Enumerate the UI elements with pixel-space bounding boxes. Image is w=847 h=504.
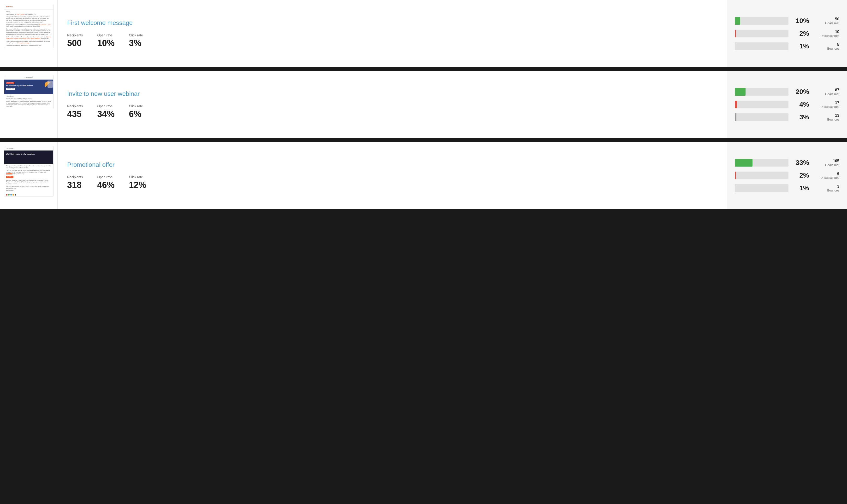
open-rate-label-2: Open rate bbox=[97, 104, 115, 108]
preview3-body: We're psyched that you've been a longtim… bbox=[4, 164, 53, 193]
bar-fill-unsub-1 bbox=[735, 30, 736, 37]
count-unsub-2: 17 bbox=[813, 101, 839, 105]
name-unsub-3: Unsubscribes bbox=[813, 176, 839, 180]
metric-bounce-2: 3% 13 Bounces bbox=[735, 113, 839, 121]
percent-unsub-2: 4% bbox=[792, 101, 809, 108]
email-preview-content-1: Nutshell Hi Hans, You've heard of the Pe… bbox=[4, 4, 53, 48]
bar-fill-bounce-3 bbox=[735, 184, 735, 192]
percent-goals-2: 20% bbox=[792, 88, 809, 96]
metric-unsub-2: 4% 17 Unsubscribes bbox=[735, 101, 839, 109]
click-rate-block-1: Click rate 3% bbox=[129, 33, 143, 48]
percent-goals-1: 10% bbox=[792, 17, 809, 25]
bar-goals-3 bbox=[735, 159, 789, 166]
email-preview-content-2: ⬡ logoipsum® LIVE WEBINAR Your webinar t… bbox=[4, 75, 53, 109]
email-preview-1: Nutshell Hi Hans, You've heard of the Pe… bbox=[0, 0, 57, 67]
detail-goals-3: 105 Goals met bbox=[813, 159, 839, 167]
metrics-panel-2: 20% 87 Goals met 4% 17 Unsubscribes 3% 1… bbox=[727, 71, 847, 138]
click-rate-value-2: 6% bbox=[129, 109, 143, 119]
bar-fill-bounce-2 bbox=[735, 113, 737, 121]
open-rate-label-3: Open rate bbox=[97, 175, 115, 179]
bar-goals-1 bbox=[735, 17, 789, 25]
preview3-title: We think you're pretty special... bbox=[6, 153, 51, 155]
count-bounce-1: 5 bbox=[813, 42, 839, 47]
bar-fill-unsub-3 bbox=[735, 172, 736, 179]
recipients-value-3: 318 bbox=[67, 180, 83, 190]
preview3-logo: logoipsum bbox=[7, 147, 14, 149]
count-goals-1: 50 bbox=[813, 17, 839, 21]
email-preview-3: ⬡ logoipsum We think you're pretty speci… bbox=[0, 142, 57, 209]
email-info-1: First welcome message Recipients 500 Ope… bbox=[57, 0, 727, 67]
email-info-2: Invite to new user webinar Recipients 43… bbox=[57, 71, 727, 138]
count-goals-2: 87 bbox=[813, 88, 839, 92]
nutshell-logo: Nutshell bbox=[6, 5, 51, 8]
bar-unsub-2 bbox=[735, 101, 789, 108]
preview2-hero: LIVE WEBINAR Your webinar topic would be… bbox=[4, 79, 53, 94]
recipients-label-1: Recipients bbox=[67, 33, 83, 37]
name-unsub-2: Unsubscribes bbox=[813, 105, 839, 109]
detail-bounce-2: 13 Bounces bbox=[813, 113, 839, 121]
count-unsub-3: 6 bbox=[813, 172, 839, 176]
open-rate-block-3: Open rate 46% bbox=[97, 175, 115, 190]
metrics-panel-3: 33% 105 Goals met 2% 6 Unsubscribes 1% 3 bbox=[727, 142, 847, 209]
name-bounce-3: Bounces bbox=[813, 188, 839, 192]
metric-unsub-3: 2% 6 Unsubscribes bbox=[735, 172, 839, 180]
open-rate-block-1: Open rate 10% bbox=[97, 33, 115, 48]
open-rate-value-2: 34% bbox=[97, 109, 115, 119]
recipients-value-2: 435 bbox=[67, 109, 83, 119]
click-rate-label-3: Click rate bbox=[129, 175, 146, 179]
footer-dot-4 bbox=[13, 194, 14, 196]
bar-unsub-1 bbox=[735, 30, 789, 37]
email-title-2: Invite to new user webinar bbox=[67, 90, 718, 97]
email-row-3: ⬡ logoipsum We think you're pretty speci… bbox=[0, 142, 847, 209]
recipients-block-1: Recipients 500 bbox=[67, 33, 83, 48]
open-rate-value-1: 10% bbox=[97, 38, 115, 48]
preview3-footer bbox=[4, 193, 53, 197]
metric-bounce-3: 1% 3 Bounces bbox=[735, 184, 839, 192]
email-stats-2: Recipients 435 Open rate 34% Click rate … bbox=[67, 104, 718, 119]
email-row-1: Nutshell Hi Hans, You've heard of the Pe… bbox=[0, 0, 847, 67]
recipients-label-2: Recipients bbox=[67, 104, 83, 108]
name-goals-3: Goals met bbox=[813, 163, 839, 167]
recipients-label-3: Recipients bbox=[67, 175, 83, 179]
percent-unsub-1: 2% bbox=[792, 30, 809, 37]
recipients-value-1: 500 bbox=[67, 38, 83, 48]
metrics-panel-1: 10% 50 Goals met 2% 10 Unsubscribes 1% 5 bbox=[727, 0, 847, 67]
email-stats-3: Recipients 318 Open rate 46% Click rate … bbox=[67, 175, 718, 190]
detail-unsub-3: 6 Unsubscribes bbox=[813, 172, 839, 180]
count-bounce-3: 3 bbox=[813, 184, 839, 188]
preview3-hero: We think you're pretty special... bbox=[4, 150, 53, 164]
bar-bounce-3 bbox=[735, 184, 789, 192]
detail-unsub-2: 17 Unsubscribes bbox=[813, 101, 839, 109]
metric-goals-2: 20% 87 Goals met bbox=[735, 88, 839, 96]
preview2-badge: LIVE WEBINAR bbox=[6, 82, 14, 84]
email-title-3: Promotional offer bbox=[67, 161, 718, 168]
bar-unsub-3 bbox=[735, 172, 789, 179]
percent-goals-3: 33% bbox=[792, 159, 809, 166]
preview2-logo: logoipsum® bbox=[26, 76, 33, 78]
click-rate-value-1: 3% bbox=[129, 38, 143, 48]
footer-dot-5 bbox=[15, 194, 16, 196]
count-bounce-2: 13 bbox=[813, 113, 839, 118]
preview3-header: ⬡ logoipsum bbox=[4, 146, 53, 150]
divider-2 bbox=[0, 140, 847, 142]
count-goals-3: 105 bbox=[813, 159, 839, 163]
click-rate-value-3: 12% bbox=[129, 180, 146, 190]
percent-bounce-1: 1% bbox=[792, 42, 809, 50]
email-preview-2: ⬡ logoipsum® LIVE WEBINAR Your webinar t… bbox=[0, 71, 57, 138]
preview1-body: Hi Hans, You've heard of the Peter Princ… bbox=[4, 10, 53, 48]
email-row-2: ⬡ logoipsum® LIVE WEBINAR Your webinar t… bbox=[0, 71, 847, 138]
bar-fill-goals-3 bbox=[735, 159, 753, 166]
bar-bounce-1 bbox=[735, 42, 789, 50]
bar-fill-bounce-1 bbox=[735, 42, 735, 50]
bar-goals-2 bbox=[735, 88, 789, 96]
email-preview-content-3: ⬡ logoipsum We think you're pretty speci… bbox=[4, 146, 53, 197]
preview3-cta: Get 20% off bbox=[6, 176, 14, 178]
detail-bounce-3: 3 Bounces bbox=[813, 184, 839, 192]
open-rate-label-1: Open rate bbox=[97, 33, 115, 37]
name-bounce-1: Bounces bbox=[813, 47, 839, 50]
percent-unsub-3: 2% bbox=[792, 172, 809, 179]
preview2-header: ⬡ logoipsum® bbox=[4, 75, 53, 79]
name-goals-1: Goals met bbox=[813, 21, 839, 25]
name-unsub-1: Unsubscribes bbox=[813, 34, 839, 38]
divider-1 bbox=[0, 69, 847, 71]
